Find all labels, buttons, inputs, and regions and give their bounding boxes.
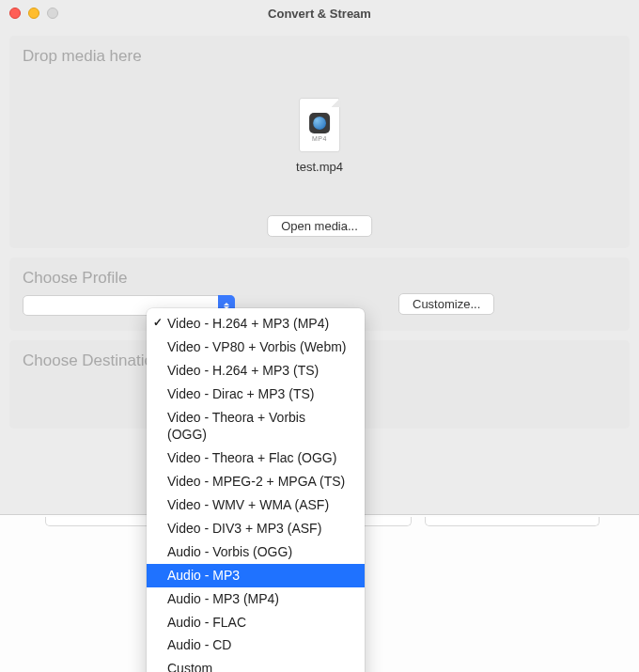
quicktime-icon xyxy=(309,113,330,133)
profile-dropdown-menu: Video - H.264 + MP3 (MP4) Video - VP80 +… xyxy=(147,308,365,672)
menu-item[interactable]: Video - H.264 + MP3 (TS) xyxy=(147,359,365,383)
titlebar: Convert & Stream xyxy=(0,0,639,26)
menu-item[interactable]: Audio - CD xyxy=(147,633,365,657)
drop-media-title: Drop media here xyxy=(23,47,616,66)
menu-item[interactable]: Video - H.264 + MP3 (MP4) xyxy=(147,312,365,336)
customize-button[interactable]: Customize... xyxy=(398,293,494,315)
menu-item[interactable]: Audio - FLAC xyxy=(147,611,365,634)
file-preview: MP4 test.mp4 xyxy=(296,98,343,174)
open-media-button[interactable]: Open media... xyxy=(267,215,372,237)
file-name: test.mp4 xyxy=(296,160,343,174)
menu-item[interactable]: Custom xyxy=(147,657,365,672)
menu-item[interactable]: Video - VP80 + Vorbis (Webm) xyxy=(147,336,365,359)
menu-item[interactable]: Audio - Vorbis (OGG) xyxy=(147,540,365,564)
background-panel-right xyxy=(425,517,600,526)
menu-item[interactable]: Video - MPEG-2 + MPGA (TS) xyxy=(147,470,365,493)
window-title: Convert & Stream xyxy=(0,7,639,21)
file-ext-label: MP4 xyxy=(312,135,327,142)
menu-item[interactable]: Video - Theora + Vorbis (OGG) xyxy=(147,406,365,447)
menu-item[interactable]: Audio - MP3 xyxy=(147,564,365,587)
choose-profile-title: Choose Profile xyxy=(23,269,616,288)
menu-item[interactable]: Video - Dirac + MP3 (TS) xyxy=(147,383,365,406)
menu-item[interactable]: Audio - MP3 (MP4) xyxy=(147,587,365,611)
menu-item[interactable]: Video - Theora + Flac (OGG) xyxy=(147,446,365,470)
menu-item[interactable]: Video - DIV3 + MP3 (ASF) xyxy=(147,517,365,540)
menu-item[interactable]: Video - WMV + WMA (ASF) xyxy=(147,493,365,517)
file-icon: MP4 xyxy=(299,98,340,152)
drop-media-section[interactable]: Drop media here MP4 test.mp4 Open media.… xyxy=(9,36,630,248)
